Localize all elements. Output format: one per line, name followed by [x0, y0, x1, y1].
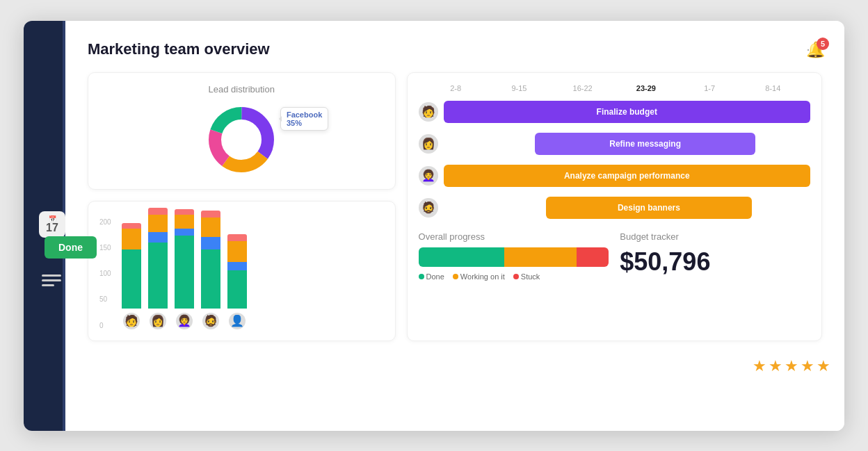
bar-seg-1-2 — [122, 229, 141, 249]
bar-avatar-5: 👤 — [229, 313, 246, 329]
gantt-bar-1[interactable]: Finalize budget — [444, 101, 810, 123]
bar-group-3: 👩‍🦱 — [175, 209, 194, 329]
gantt-week-1: 2-8 — [442, 84, 469, 92]
bar-stack-3 — [175, 209, 194, 309]
y-label-150: 150 — [99, 244, 111, 252]
donut-chart: Facebook 35% — [203, 101, 280, 178]
donut-container: Facebook 35% — [99, 101, 384, 178]
gantt-task-1: Finalize budget — [597, 107, 657, 117]
overall-progress-card: Overall progress Done Working on it Stuc… — [419, 231, 609, 281]
gantt-task-3: Analyze campaign performance — [564, 171, 690, 181]
main-window: 📅 17 Done Marketing team overview ··· 🔔 … — [24, 21, 844, 431]
gantt-card: 2-8 9-15 16-22 23-29 1-7 8-14 🧑 Finalize… — [407, 72, 822, 341]
gantt-header: 2-8 9-15 16-22 23-29 1-7 8-14 — [419, 84, 810, 92]
donut-tooltip: Facebook 35% — [280, 107, 328, 131]
budget-tracker-card: Budget tracker $50,796 — [620, 231, 810, 281]
y-label-50: 50 — [99, 295, 111, 303]
legend-stuck: Stuck — [513, 272, 540, 281]
bar-avatar-4: 🧔 — [202, 313, 219, 329]
y-label-0: 0 — [99, 322, 111, 329]
gantt-row-3: 👩‍🦱 Analyze campaign performance — [419, 165, 810, 187]
header: Marketing team overview ··· — [88, 40, 822, 58]
calendar-icon[interactable]: 📅 17 — [39, 211, 65, 238]
bar-seg-1-1 — [122, 223, 141, 229]
notification-bell[interactable]: 🔔 5 — [800, 35, 830, 65]
lines-icon — [42, 274, 61, 286]
budget-title: Budget tracker — [620, 231, 810, 242]
bar-stack-1 — [122, 223, 141, 309]
bar-group-2: 👩 — [148, 208, 168, 329]
progress-working — [504, 247, 577, 267]
legend-working: Working on it — [453, 272, 505, 281]
bar-stack-2 — [148, 208, 168, 309]
line-bar-1 — [42, 274, 61, 277]
gantt-week-3: 16-22 — [569, 84, 597, 92]
y-label-200: 200 — [99, 218, 111, 226]
dashboard-grid: Lead distribution — [88, 72, 822, 341]
bar-avatar-3: 👩‍🦱 — [176, 313, 193, 329]
bar-group-5: 👤 — [227, 234, 247, 329]
notification-badge: 5 — [817, 38, 829, 50]
bar-stack-4 — [201, 211, 220, 309]
gantt-avatar-1: 🧑 — [419, 102, 438, 122]
donut-svg — [203, 101, 280, 178]
main-content: Marketing team overview ··· 🔔 5 Lead dis… — [65, 21, 844, 431]
line-bar-3 — [42, 284, 54, 286]
bar-seg-1-3 — [122, 249, 141, 309]
bar-seg-3-2 — [175, 215, 194, 229]
bar-avatar-2: 👩 — [150, 313, 166, 329]
gantt-task-4: Design banners — [618, 203, 680, 213]
svg-point-4 — [225, 124, 257, 156]
star-1: ★ — [753, 357, 766, 375]
bar-seg-2-3 — [148, 232, 168, 243]
star-2: ★ — [769, 357, 782, 375]
calendar-day: 17 — [46, 222, 58, 233]
line-bar-2 — [42, 279, 61, 281]
star-4: ★ — [801, 357, 814, 375]
bar-seg-4-4 — [201, 249, 220, 309]
stars-area: ★ ★ ★ ★ ★ — [753, 357, 830, 375]
bar-group-4: 🧔 — [201, 211, 220, 329]
gantt-bar-2[interactable]: Refine messaging — [535, 133, 755, 155]
bar-seg-4-1 — [201, 211, 220, 218]
star-5: ★ — [817, 357, 830, 375]
lead-distribution-title: Lead distribution — [99, 84, 384, 95]
bar-avatar-1: 🧑 — [123, 313, 140, 329]
bar-y-labels: 200 150 100 50 0 — [99, 218, 111, 329]
gantt-row-1: 🧑 Finalize budget — [419, 101, 810, 123]
bar-seg-5-2 — [227, 241, 247, 262]
star-3: ★ — [785, 357, 798, 375]
progress-title: Overall progress — [419, 231, 609, 242]
gantt-row-4: 🧔 Design banners — [419, 197, 810, 219]
budget-amount: $50,796 — [620, 247, 810, 277]
gantt-task-2: Refine messaging — [609, 139, 681, 149]
lead-distribution-card: Lead distribution — [88, 72, 396, 190]
bar-seg-3-4 — [175, 236, 194, 309]
page-title: Marketing team overview — [88, 40, 270, 58]
gantt-bar-wrap-4: Design banners — [444, 197, 810, 219]
bar-chart-area: 200 150 100 50 0 — [99, 213, 384, 329]
bar-seg-2-2 — [148, 215, 168, 232]
tooltip-value: 35% — [287, 119, 302, 127]
done-pill[interactable]: Done — [45, 236, 97, 259]
gantt-week-5: 1-7 — [696, 84, 723, 92]
bar-chart-card: 200 150 100 50 0 — [88, 201, 396, 341]
bar-seg-2-1 — [148, 208, 168, 215]
bar-seg-4-2 — [201, 218, 220, 237]
bar-seg-2-4 — [148, 243, 168, 309]
bottom-cards-row: Overall progress Done Working on it Stuc… — [419, 231, 810, 281]
bar-seg-3-3 — [175, 229, 194, 236]
gantt-bar-3[interactable]: Analyze campaign performance — [444, 165, 810, 187]
bar-group-1: 🧑 — [122, 223, 141, 329]
gantt-week-2: 9-15 — [505, 84, 533, 92]
bar-chart-inner: 200 150 100 50 0 — [99, 218, 384, 329]
gantt-row-2: 👩 Refine messaging — [419, 133, 810, 155]
tooltip-label: Facebook — [287, 110, 322, 119]
calendar-icon-area: 📅 17 — [39, 211, 65, 238]
progress-stuck — [577, 247, 609, 267]
gantt-bar-4[interactable]: Design banners — [546, 197, 751, 219]
gantt-bar-wrap-3: Analyze campaign performance — [444, 165, 810, 187]
progress-done — [419, 247, 504, 267]
bar-seg-5-3 — [227, 262, 247, 270]
gantt-avatar-3: 👩‍🦱 — [419, 166, 438, 186]
